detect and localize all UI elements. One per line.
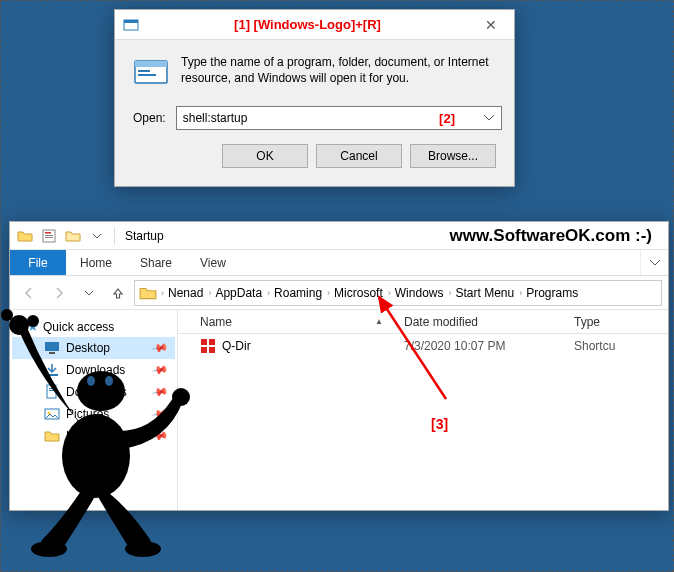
ribbon-expand-icon[interactable] [640, 250, 668, 275]
svg-rect-9 [45, 237, 53, 238]
svg-rect-13 [47, 385, 56, 398]
svg-rect-1 [124, 20, 138, 23]
pin-icon: 📌 [151, 361, 170, 380]
svg-rect-10 [45, 342, 59, 351]
sort-asc-icon: ▲ [375, 317, 383, 326]
breadcrumb-item[interactable]: Programs [526, 286, 578, 300]
open-input[interactable] [183, 111, 435, 125]
explorer-window: Startup www.SoftwareOK.com :-) File Home… [9, 221, 669, 511]
sidebar: ▾ ★ Quick access Desktop 📌 Downloads 📌 D… [10, 310, 178, 510]
tab-file[interactable]: File [10, 250, 66, 275]
svg-rect-15 [49, 390, 54, 391]
tab-share[interactable]: Share [126, 250, 186, 275]
qdir-icon [200, 338, 216, 354]
file-pane: Name ▲ Date modified Type Q-Dir 7/3/2020… [178, 310, 668, 510]
svg-rect-11 [49, 352, 55, 354]
file-type: Shortcu [564, 339, 668, 353]
sidebar-item-documents[interactable]: Documents 📌 [12, 381, 175, 403]
pin-icon: 📌 [151, 405, 170, 424]
chevron-down-icon[interactable]: ▾ [18, 322, 23, 332]
svg-point-31 [31, 541, 67, 557]
up-button[interactable] [106, 280, 130, 306]
annotation-3: [3] [431, 416, 448, 432]
cancel-button[interactable]: Cancel [316, 144, 402, 168]
run-big-icon [133, 54, 169, 90]
desktop-icon [44, 340, 60, 356]
folder-icon [44, 428, 60, 444]
column-name[interactable]: Name ▲ [178, 310, 394, 333]
browse-button[interactable]: Browse... [410, 144, 496, 168]
address-bar: › Nenad› AppData› Roaming› Microsoft› Wi… [10, 276, 668, 310]
svg-rect-8 [45, 235, 53, 236]
svg-rect-12 [46, 374, 58, 376]
separator [114, 227, 115, 245]
sidebar-item-desktop[interactable]: Desktop 📌 [12, 337, 175, 359]
folder-icon [14, 225, 36, 247]
svg-rect-20 [201, 347, 207, 353]
ok-button[interactable]: OK [222, 144, 308, 168]
explorer-titlebar[interactable]: Startup www.SoftwareOK.com :-) [10, 222, 668, 250]
breadcrumb-item[interactable]: Microsoft› [334, 286, 391, 300]
ribbon-tabs: File Home Share View [10, 250, 668, 276]
breadcrumb-item[interactable]: Start Menu› [455, 286, 522, 300]
qat-chevron-down-icon[interactable] [86, 225, 108, 247]
annotation-1: [1] [Windows-Logo]+[R] [145, 17, 470, 32]
close-icon[interactable]: ✕ [470, 10, 512, 40]
svg-rect-14 [49, 388, 54, 389]
column-type[interactable]: Type [564, 310, 668, 333]
svg-rect-3 [135, 61, 167, 67]
breadcrumb-item[interactable]: Nenad› [168, 286, 211, 300]
run-titlebar[interactable]: [1] [Windows-Logo]+[R] ✕ [115, 10, 514, 40]
pin-icon: 📌 [151, 383, 170, 402]
address-field[interactable]: › Nenad› AppData› Roaming› Microsoft› Wi… [134, 280, 662, 306]
documents-icon [44, 384, 60, 400]
window-title: Startup [121, 229, 164, 243]
star-icon: ★ [27, 319, 39, 334]
file-date: 7/3/2020 10:07 PM [394, 339, 564, 353]
svg-rect-18 [201, 339, 207, 345]
svg-rect-5 [138, 74, 156, 76]
pictures-icon [44, 406, 60, 422]
back-button[interactable] [16, 280, 42, 306]
sidebar-item-downloads[interactable]: Downloads 📌 [12, 359, 175, 381]
properties-icon[interactable] [38, 225, 60, 247]
pin-icon: 📌 [151, 427, 170, 446]
run-description: Type the name of a program, folder, docu… [181, 54, 502, 90]
open-combobox[interactable]: [2] [176, 106, 502, 130]
file-name: Q-Dir [222, 339, 251, 353]
breadcrumb-item[interactable]: Windows› [395, 286, 452, 300]
watermark-text: www.SoftwareOK.com :-) [450, 226, 664, 246]
run-icon [123, 17, 139, 33]
svg-rect-7 [45, 232, 51, 234]
new-folder-icon[interactable] [62, 225, 84, 247]
column-headers: Name ▲ Date modified Type [178, 310, 668, 334]
quick-access-label: Quick access [43, 320, 114, 334]
svg-point-32 [125, 541, 161, 557]
pin-icon: 📌 [151, 339, 170, 358]
svg-rect-21 [209, 347, 215, 353]
tab-home[interactable]: Home [66, 250, 126, 275]
breadcrumb-item[interactable]: Roaming› [274, 286, 330, 300]
chevron-down-icon[interactable] [481, 107, 497, 129]
file-row[interactable]: Q-Dir 7/3/2020 10:07 PM Shortcu [178, 334, 668, 358]
folder-icon [139, 284, 157, 302]
downloads-icon [44, 362, 60, 378]
forward-button[interactable] [46, 280, 72, 306]
open-label: Open: [133, 111, 166, 125]
svg-rect-19 [209, 339, 215, 345]
sidebar-item-pictures[interactable]: Pictures 📌 [12, 403, 175, 425]
svg-rect-4 [138, 70, 150, 72]
breadcrumb-item[interactable]: AppData› [215, 286, 270, 300]
chevron-right-icon[interactable]: › [161, 288, 164, 298]
recent-chevron-down-icon[interactable] [76, 280, 102, 306]
annotation-2: [2] [435, 111, 481, 126]
column-date[interactable]: Date modified [394, 310, 564, 333]
run-dialog: [1] [Windows-Logo]+[R] ✕ Type the name o… [114, 9, 515, 187]
sidebar-item-hise[interactable]: HiSE 📌 [12, 425, 175, 447]
tab-view[interactable]: View [186, 250, 240, 275]
sidebar-quick-access[interactable]: ▾ ★ Quick access [12, 316, 175, 337]
